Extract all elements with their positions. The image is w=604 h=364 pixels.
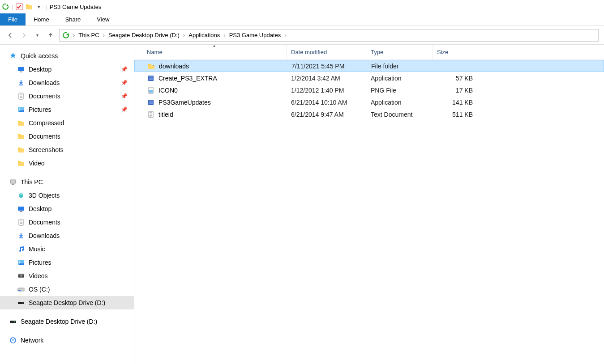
- column-date[interactable]: Date modified: [287, 45, 366, 59]
- column-headers: ▲ Name Date modified Type Size: [134, 45, 604, 60]
- tree-label: Documents: [29, 93, 60, 100]
- chevron-right-icon[interactable]: ›: [283, 32, 288, 38]
- qat-checkbox-icon[interactable]: [16, 3, 23, 10]
- navigation-tree: Quick access Desktop📌Downloads📌Documents…: [0, 45, 134, 364]
- file-date: 1/2/2014 3:42 AM: [287, 75, 366, 82]
- tab-home[interactable]: Home: [26, 13, 57, 25]
- tree-item[interactable]: Desktop📌: [0, 63, 134, 76]
- address-bar[interactable]: › This PC › Seagate Desktop Drive (D:) ›…: [59, 29, 599, 42]
- file-row[interactable]: ICON01/12/2012 1:40 PMPNG File17 KB: [134, 84, 604, 96]
- breadcrumb-segment[interactable]: PS3 Game Updates: [229, 32, 281, 38]
- breadcrumb-segment[interactable]: Applications: [188, 32, 220, 38]
- tree-label: Screenshots: [29, 146, 64, 153]
- tree-item[interactable]: OS (C:): [0, 283, 134, 296]
- tree-label: Seagate Desktop Drive (D:): [21, 318, 97, 325]
- column-size[interactable]: Size: [433, 45, 477, 59]
- tree-item[interactable]: Documents: [0, 216, 134, 229]
- column-type[interactable]: Type: [366, 45, 433, 59]
- file-name: PS3GameUpdates: [158, 99, 211, 106]
- chevron-right-icon[interactable]: ›: [101, 32, 107, 38]
- network-icon: [9, 336, 17, 344]
- desktop-icon: [17, 65, 25, 73]
- tree-item[interactable]: Videos: [0, 269, 134, 283]
- tab-share[interactable]: Share: [57, 13, 89, 25]
- cube-icon: [17, 191, 25, 199]
- qat-folder-icon[interactable]: [26, 3, 33, 10]
- tree-seagate-drive[interactable]: Seagate Desktop Drive (D:): [0, 315, 134, 328]
- tree-label: Network: [21, 337, 43, 344]
- download-icon: [17, 232, 25, 240]
- tab-file[interactable]: File: [0, 13, 26, 25]
- chevron-right-icon[interactable]: ›: [181, 32, 187, 38]
- doc-icon: [17, 218, 25, 226]
- hdd-icon: [9, 317, 17, 326]
- tab-view[interactable]: View: [89, 13, 117, 25]
- file-row[interactable]: titleid6/21/2014 9:47 AMText Document511…: [134, 108, 604, 120]
- drive-icon: [17, 285, 25, 293]
- tree-label: Pictures: [29, 106, 51, 113]
- tree-item[interactable]: Compressed: [0, 116, 134, 130]
- breadcrumb-segment[interactable]: This PC: [78, 32, 99, 38]
- file-date: 6/21/2014 9:47 AM: [287, 111, 366, 118]
- file-row[interactable]: PS3GameUpdates6/21/2014 10:10 AMApplicat…: [134, 96, 604, 108]
- tree-item[interactable]: Seagate Desktop Drive (D:): [0, 296, 134, 309]
- tree-item[interactable]: 3D Objects: [0, 189, 134, 202]
- tree-label: Music: [29, 245, 45, 253]
- navigation-bar: ▾ › This PC › Seagate Desktop Drive (D:)…: [0, 26, 604, 45]
- title-bar: | ▾ | PS3 Game Updates: [0, 0, 604, 13]
- file-type: Application: [366, 99, 433, 106]
- sort-indicator-icon: ▲: [213, 44, 216, 48]
- tree-quick-access[interactable]: Quick access: [0, 49, 134, 63]
- back-button[interactable]: [5, 30, 15, 40]
- file-row[interactable]: downloads7/11/2021 5:45 PMFile folder: [134, 60, 604, 72]
- app-icon: [147, 98, 155, 106]
- pictures-icon: [17, 258, 25, 267]
- tree-label: Pictures: [29, 259, 51, 266]
- chevron-right-icon[interactable]: ›: [71, 32, 77, 38]
- file-type: Text Document: [366, 111, 433, 118]
- video-icon: [17, 272, 25, 280]
- doc-icon: [17, 92, 25, 100]
- recent-dropdown-icon[interactable]: ▾: [32, 30, 42, 40]
- breadcrumb-segment[interactable]: Seagate Desktop Drive (D:): [108, 32, 180, 38]
- qat-dropdown-icon[interactable]: ▾: [35, 3, 43, 10]
- location-icon: [62, 32, 69, 39]
- download-icon: [17, 79, 25, 87]
- folder-icon: [17, 146, 25, 154]
- tree-item[interactable]: Music: [0, 242, 134, 256]
- tree-item[interactable]: Documents: [0, 130, 134, 143]
- file-date: 1/12/2012 1:40 PM: [287, 87, 366, 94]
- file-date: 7/11/2021 5:45 PM: [287, 63, 367, 70]
- up-button[interactable]: [46, 30, 56, 40]
- file-type: File folder: [367, 63, 433, 70]
- txt-icon: [147, 110, 155, 119]
- tree-item[interactable]: Pictures📌: [0, 103, 134, 116]
- pc-icon: [9, 178, 17, 186]
- window-title: PS3 Game Updates: [50, 4, 102, 10]
- file-size: 57 KB: [433, 75, 477, 82]
- tree-item[interactable]: Video: [0, 157, 134, 170]
- tree-this-pc[interactable]: This PC: [0, 175, 134, 189]
- file-type: PNG File: [366, 87, 433, 94]
- file-date: 6/21/2014 10:10 AM: [287, 99, 366, 106]
- tree-item[interactable]: Pictures: [0, 256, 134, 269]
- tree-item[interactable]: Screenshots: [0, 143, 134, 157]
- tree-item[interactable]: Desktop: [0, 202, 134, 216]
- pictures-icon: [17, 106, 25, 114]
- tree-item[interactable]: Documents📌: [0, 89, 134, 103]
- desktop-icon: [17, 205, 25, 213]
- ribbon-tabs: File Home Share View: [0, 13, 604, 26]
- tree-label: OS (C:): [29, 286, 50, 293]
- hdd-icon: [17, 299, 25, 307]
- tree-network[interactable]: Network: [0, 334, 134, 347]
- file-type: Application: [366, 75, 433, 82]
- pin-icon: 📌: [121, 93, 128, 99]
- file-row[interactable]: Create_PS3_EXTRA1/2/2014 3:42 AMApplicat…: [134, 72, 604, 84]
- tree-item[interactable]: Downloads: [0, 229, 134, 242]
- forward-button[interactable]: [19, 30, 29, 40]
- file-list-pane: ▲ Name Date modified Type Size downloads…: [134, 45, 604, 364]
- tree-label: This PC: [21, 178, 43, 186]
- chevron-right-icon[interactable]: ›: [222, 32, 227, 38]
- tree-item[interactable]: Downloads📌: [0, 76, 134, 89]
- column-name[interactable]: ▲ Name: [142, 45, 287, 59]
